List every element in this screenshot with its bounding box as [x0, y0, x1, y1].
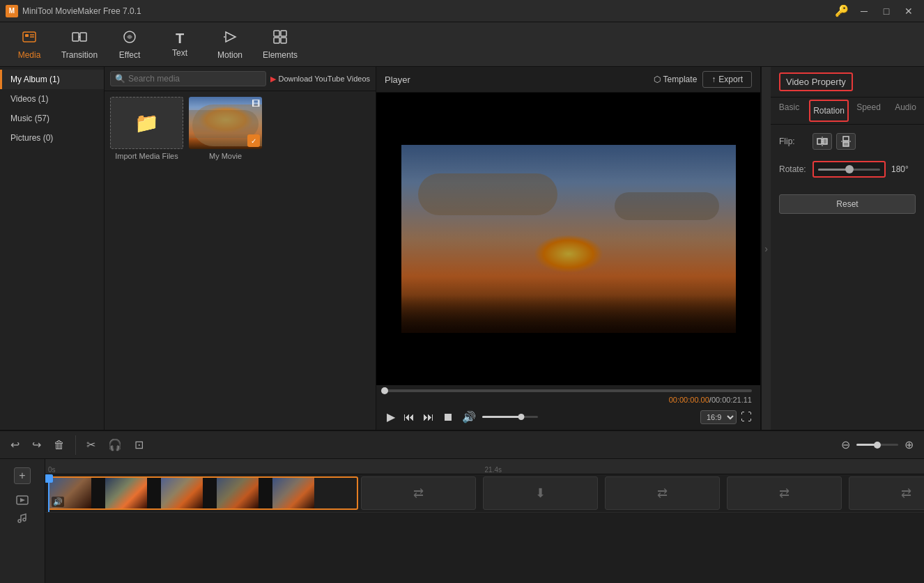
mymovie-label: My Movie [209, 152, 242, 160]
player-topbar: Player ⬡ Template ↑ Export [376, 67, 760, 93]
reset-button[interactable]: Reset [779, 194, 916, 214]
rotate-handle[interactable] [845, 165, 854, 173]
tab-audio[interactable]: Audio [887, 98, 924, 124]
rotate-value: 180° [891, 164, 916, 174]
clip-frame-6 [203, 478, 217, 508]
timeline-video-row: 🔊 ⇄ ⬇ ⇄ ⇄ [45, 474, 924, 513]
transition-slots: ⇄ ⬇ ⇄ ⇄ ⇄ [361, 476, 924, 510]
svg-rect-13 [281, 38, 286, 43]
clip-frame-9 [272, 478, 314, 508]
delete-button[interactable]: 🗑 [50, 437, 68, 453]
transition-slot-3[interactable]: ⇄ [605, 476, 720, 510]
zoom-handle[interactable] [874, 442, 881, 449]
export-icon: ↑ [711, 75, 716, 84]
tab-speed[interactable]: Speed [850, 98, 887, 124]
zoom-controls: ⊖ ⊕ [838, 436, 917, 453]
zoom-track[interactable] [856, 444, 898, 446]
player-progress[interactable] [376, 385, 760, 394]
video-track-icon [3, 492, 42, 508]
toolbar-elements[interactable]: Elements [256, 25, 304, 64]
film-badge-icon: 🎞 [252, 99, 260, 109]
cut-button[interactable]: ✂ [83, 436, 99, 453]
elements-icon [272, 29, 288, 47]
mymovie-thumb: 🎞 ✓ [189, 97, 262, 149]
search-input[interactable] [128, 74, 261, 84]
undo-button[interactable]: ↩ [7, 436, 23, 453]
toolbar-text[interactable]: T Text [156, 25, 203, 64]
rotate-slider[interactable] [813, 161, 886, 178]
toolbar-effect[interactable]: Effect [106, 25, 153, 64]
import-thumb: 📁 [110, 97, 183, 149]
transition-arrow-3: ⇄ [657, 485, 668, 501]
toolbar-motion[interactable]: Motion [206, 25, 254, 64]
timeline-track-labels: + [0, 459, 45, 583]
collapse-handle[interactable]: › [761, 67, 771, 430]
app-icon: M [6, 5, 18, 17]
tab-rotation[interactable]: Rotation [809, 100, 849, 122]
transition-slot-2[interactable]: ⬇ [483, 476, 598, 510]
crop-button[interactable]: ⊡ [131, 436, 147, 453]
video-canvas [376, 93, 760, 385]
volume-slider[interactable] [482, 416, 538, 418]
media-item-mymovie[interactable]: 🎞 ✓ My Movie [189, 97, 262, 160]
sidebar: My Album (1) Videos (1) Music (57) Pictu… [0, 67, 105, 430]
volume-handle[interactable] [518, 414, 525, 420]
sidebar-item-music[interactable]: Music (57) [0, 109, 104, 128]
rotate-row: Rotate: 180° [779, 161, 916, 178]
minimize-button[interactable]: ─ [854, 4, 874, 18]
timeline-content: + 0s 21.4s [0, 459, 924, 583]
rotate-label: Rotate: [779, 164, 807, 174]
transition-slot-1[interactable]: ⇄ [361, 476, 476, 510]
fullscreen-button[interactable]: ⛶ [741, 411, 752, 423]
playhead[interactable] [48, 474, 49, 512]
toolbar-transition[interactable]: Transition [56, 25, 103, 64]
sidebar-item-pictures[interactable]: Pictures (0) [0, 128, 104, 148]
progress-handle[interactable] [381, 387, 388, 394]
zoom-out-button[interactable]: ⊖ [838, 436, 854, 453]
template-icon: ⬡ [654, 75, 661, 84]
headphones-button[interactable]: 🎧 [105, 436, 125, 453]
stop-button[interactable]: ⏹ [440, 409, 456, 426]
download-youtube-btn[interactable]: ▶ Download YouTube Videos [270, 75, 371, 84]
ruler-mark-0s: 0s [48, 466, 56, 474]
flip-vertical-button[interactable] [836, 133, 856, 150]
search-box[interactable]: 🔍 [110, 71, 266, 86]
sidebar-item-my-album[interactable]: My Album (1) [0, 70, 104, 89]
media-item-import[interactable]: 📁 Import Media Files [110, 97, 183, 160]
add-track-button[interactable]: + [14, 467, 31, 484]
svg-rect-1 [25, 34, 29, 37]
svg-rect-15 [823, 139, 827, 144]
title-bar: M MiniTool MovieMaker Free 7.0.1 🔑 ─ □ ✕ [0, 0, 924, 22]
template-button[interactable]: ⬡ Template [648, 72, 703, 87]
close-button[interactable]: ✕ [899, 4, 918, 18]
play-button[interactable]: ▶ [385, 408, 397, 426]
transition-slot-4[interactable]: ⇄ [727, 476, 842, 510]
flip-horizontal-button[interactable] [813, 133, 832, 150]
folder-icon: 📁 [134, 111, 159, 134]
aspect-ratio-select[interactable]: 16:9 9:16 4:3 1:1 [700, 410, 737, 424]
export-button[interactable]: ↑ Export [702, 71, 752, 88]
timeline-tracks: 🔊 ⇄ ⬇ ⇄ ⇄ [45, 474, 924, 583]
video-property-title: Video Property [779, 72, 853, 91]
prev-frame-button[interactable]: ⏮ [401, 409, 417, 426]
next-frame-button[interactable]: ⏭ [421, 409, 436, 426]
collapse-icon: › [764, 243, 768, 254]
redo-button[interactable]: ↪ [29, 436, 45, 453]
tab-basic[interactable]: Basic [771, 98, 808, 124]
volume-button[interactable]: 🔊 [460, 408, 478, 426]
music-track-icon [3, 511, 42, 526]
timeline-ruler-area: 0s 21.4s [45, 459, 924, 583]
zoom-in-button[interactable]: ⊕ [901, 436, 917, 453]
video-clip[interactable]: 🔊 [48, 476, 358, 510]
transition-slot-5[interactable]: ⇄ [849, 476, 924, 510]
progress-bar[interactable] [385, 389, 752, 392]
property-body: Flip: Rotate: [771, 125, 924, 430]
transition-arrow-1: ⇄ [413, 485, 424, 501]
sidebar-item-videos[interactable]: Videos (1) [0, 89, 104, 109]
maximize-button[interactable]: □ [877, 4, 896, 18]
time-total: 00:00:21.11 [711, 396, 752, 404]
volume-fill [482, 416, 521, 418]
svg-rect-5 [80, 33, 86, 41]
toolbar-media[interactable]: Media [6, 25, 53, 64]
app-title: MiniTool MovieMaker Free 7.0.1 [22, 6, 835, 16]
